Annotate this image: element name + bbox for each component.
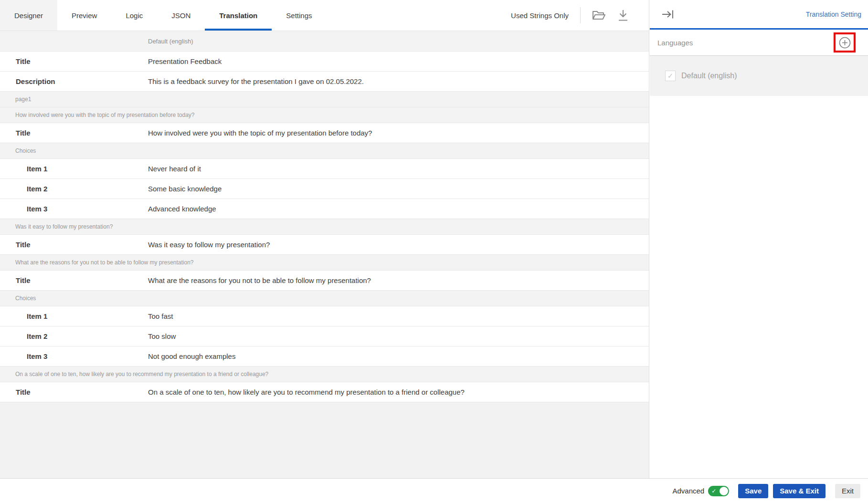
string-value[interactable]: Advanced knowledge bbox=[148, 205, 216, 213]
add-language-button[interactable] bbox=[838, 36, 851, 49]
string-value[interactable]: How involved were you with the topic of … bbox=[148, 129, 372, 137]
table-header-row: Default (english) bbox=[0, 31, 649, 52]
advanced-toggle[interactable]: ✓ bbox=[708, 486, 729, 496]
tab-settings[interactable]: Settings bbox=[272, 0, 326, 31]
toolbar-divider bbox=[580, 7, 581, 23]
table-row: Item 1Too fast bbox=[0, 306, 649, 326]
string-label: Title bbox=[0, 388, 148, 396]
table-row: TitleHow involved were you with the topi… bbox=[0, 123, 649, 143]
collapse-panel-icon[interactable] bbox=[661, 9, 674, 20]
toggle-knob bbox=[720, 487, 728, 495]
string-label: Item 2 bbox=[0, 185, 148, 193]
tab-bar: DesignerPreviewLogicJSONTranslationSetti… bbox=[0, 0, 327, 31]
string-label: Item 3 bbox=[0, 352, 148, 360]
string-value[interactable]: Not good enough examples bbox=[148, 352, 235, 360]
string-value[interactable]: Too fast bbox=[148, 312, 173, 320]
string-value[interactable]: What are the reasons for you not to be a… bbox=[148, 276, 371, 284]
used-strings-only-button[interactable]: Used Strings Only bbox=[511, 11, 569, 20]
table-row: TitleWas it easy to follow my presentati… bbox=[0, 235, 649, 255]
string-value[interactable]: Was it easy to follow my presentation? bbox=[148, 241, 270, 249]
language-list: ✓ Default (english) bbox=[650, 56, 868, 96]
string-label: Item 1 bbox=[0, 165, 148, 173]
string-label: Description bbox=[0, 77, 148, 85]
group-header-row: How involved were you with the topic of … bbox=[0, 107, 649, 123]
table-row: TitlePresentation Feedback bbox=[0, 52, 649, 72]
table-row: Item 3Not good enough examples bbox=[0, 346, 649, 367]
table-row: TitleWhat are the reasons for you not to… bbox=[0, 271, 649, 291]
string-label: Item 2 bbox=[0, 332, 148, 340]
group-header-label: What are the reasons for you not to be a… bbox=[0, 259, 194, 266]
group-header-row: page1 bbox=[0, 92, 649, 107]
group-header-row: What are the reasons for you not to be a… bbox=[0, 255, 649, 271]
group-header-label: How involved were you with the topic of … bbox=[0, 112, 195, 118]
translation-table-rows: TitlePresentation FeedbackDescriptionThi… bbox=[0, 52, 649, 402]
table-row: Item 2Too slow bbox=[0, 326, 649, 346]
main-area: DesignerPreviewLogicJSONTranslationSetti… bbox=[0, 0, 649, 478]
group-header-row: On a scale of one to ten, how likely are… bbox=[0, 367, 649, 382]
group-header-label: Was it easy to follow my presentation? bbox=[0, 223, 113, 230]
string-label: Title bbox=[0, 129, 148, 137]
group-header-label: Choices bbox=[0, 147, 36, 154]
group-header-label: page1 bbox=[0, 96, 31, 103]
default-language-checkbox: ✓ bbox=[665, 71, 676, 81]
string-label: Title bbox=[0, 276, 148, 284]
panel-title: Translation Setting bbox=[806, 10, 861, 18]
string-value[interactable]: On a scale of one to ten, how likely are… bbox=[148, 388, 465, 396]
tab-preview[interactable]: Preview bbox=[57, 0, 111, 31]
toolbar-right: Used Strings Only bbox=[511, 0, 649, 31]
languages-label: Languages bbox=[657, 39, 693, 47]
folder-open-icon[interactable] bbox=[592, 10, 606, 21]
group-header-label: On a scale of one to ten, how likely are… bbox=[0, 371, 268, 377]
default-language-column-header: Default (english) bbox=[0, 38, 193, 45]
table-row: Item 3Advanced knowledge bbox=[0, 199, 649, 219]
footer-bar: Advanced ✓ Save Save & Exit Exit bbox=[0, 478, 868, 503]
toggle-check-icon: ✓ bbox=[711, 487, 716, 495]
tab-logic[interactable]: Logic bbox=[111, 0, 157, 31]
save-button[interactable]: Save bbox=[738, 484, 768, 498]
exit-button[interactable]: Exit bbox=[835, 484, 860, 498]
table-row: DescriptionThis is a feedback survey for… bbox=[0, 72, 649, 92]
tab-json[interactable]: JSON bbox=[157, 0, 205, 31]
string-label: Title bbox=[0, 57, 148, 65]
table-row: TitleOn a scale of one to ten, how likel… bbox=[0, 382, 649, 402]
top-toolbar: DesignerPreviewLogicJSONTranslationSetti… bbox=[0, 0, 649, 31]
tab-designer[interactable]: Designer bbox=[0, 0, 57, 31]
languages-bar: Languages bbox=[650, 30, 868, 56]
tab-translation[interactable]: Translation bbox=[205, 0, 272, 31]
group-header-row: Choices bbox=[0, 291, 649, 306]
group-header-label: Choices bbox=[0, 295, 36, 302]
default-language-label: Default (english) bbox=[681, 72, 737, 80]
string-value[interactable]: Too slow bbox=[148, 332, 176, 340]
table-row: Item 2Some basic knowledge bbox=[0, 179, 649, 199]
download-icon[interactable] bbox=[617, 9, 629, 22]
string-value[interactable]: This is a feedback survey for the presen… bbox=[148, 77, 364, 85]
advanced-label: Advanced bbox=[673, 487, 705, 495]
group-header-row: Choices bbox=[0, 143, 649, 159]
string-value[interactable]: Some basic knowledge bbox=[148, 185, 222, 193]
string-label: Title bbox=[0, 241, 148, 249]
string-value[interactable]: Presentation Feedback bbox=[148, 57, 222, 65]
table-row: Item 1Never heard of it bbox=[0, 159, 649, 179]
group-header-row: Was it easy to follow my presentation? bbox=[0, 219, 649, 235]
string-label: Item 3 bbox=[0, 205, 148, 213]
panel-header: Translation Setting bbox=[650, 0, 868, 30]
string-value[interactable]: Never heard of it bbox=[148, 165, 201, 173]
save-exit-button[interactable]: Save & Exit bbox=[773, 484, 826, 498]
translation-settings-panel: Translation Setting Languages ✓ Default … bbox=[650, 0, 868, 478]
string-label: Item 1 bbox=[0, 312, 148, 320]
table-empty-area bbox=[0, 402, 649, 478]
annotation-highlight bbox=[834, 32, 856, 52]
translation-table: Default (english) TitlePresentation Feed… bbox=[0, 31, 649, 402]
